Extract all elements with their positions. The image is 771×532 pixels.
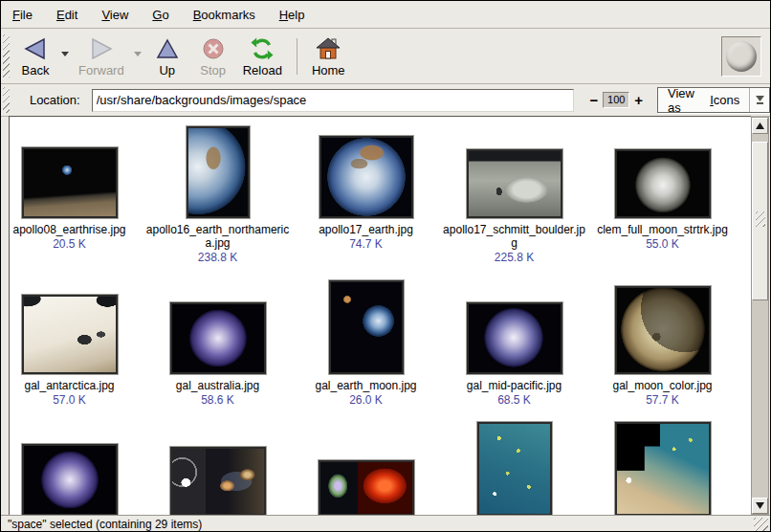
scroll-down-button[interactable] [752,498,768,514]
file-thumbnail[interactable] [22,147,118,218]
toolbar: Back Forward Up Stop [1,29,770,84]
file-icon-apollo17_earth.jpg[interactable]: apollo17_earth.jpg74.7 K [292,125,440,251]
file-thumbnail[interactable] [329,280,404,374]
file-name: clem_full_moon_strtrk.jpg [597,223,728,236]
file-icon-apollo16_earth_northamerica.jpg[interactable]: apollo16_earth_northamerica.jpg238.8 K [143,125,292,264]
view-mode-dropdown[interactable]: View as Icons [657,87,770,113]
file-thumbnail[interactable] [170,302,266,374]
file-size: 55.0 K [646,237,679,251]
menu-edit[interactable]: Edit [55,2,79,28]
dropdown-arrow-icon[interactable] [749,88,769,112]
throbber [721,36,761,77]
scroll-up-button[interactable] [752,118,768,134]
file-size: 58.6 K [201,393,234,407]
forward-button-label: Forward [78,63,124,78]
status-text: "space" selected (containing 29 items) [8,518,202,531]
file-icon-purple-earth[interactable] [9,419,143,516]
nautilus-throbber-orb-icon [726,41,757,72]
scrollbar-thumb[interactable] [752,142,768,300]
file-icon-teal-steps[interactable] [588,419,737,516]
file-size: 74.7 K [349,237,383,251]
file-icon-apollo17_schmitt_boulder.jpg[interactable]: apollo17_schmitt_boulder.jpg225.8 K [440,125,588,264]
file-name: apollo17_earth.jpg [319,223,413,236]
file-thumbnail[interactable] [615,286,711,374]
file-icon-gal_australia.jpg[interactable]: gal_australia.jpg58.6 K [143,281,292,407]
file-name: apollo08_earthrise.jpg [12,223,125,236]
file-name: gal_antarctica.jpg [24,379,114,392]
file-thumbnail[interactable] [467,149,562,218]
file-name: gal_moon_color.jpg [612,379,712,392]
window-resize-grip[interactable] [754,518,768,531]
view-mode-label: View as Icons [658,88,749,112]
location-bar: Location: − 100 + View as Icons [1,84,770,117]
file-icon-gal_antarctica.jpg[interactable]: gal_antarctica.jpg57.0 K [9,281,143,407]
file-icon-gal_mid-pacific.jpg[interactable]: gal_mid-pacific.jpg68.5 K [440,281,588,407]
toolbar-separator [297,38,297,75]
file-size: 225.8 K [495,251,534,264]
file-size: 57.0 K [53,393,86,407]
file-thumbnail[interactable] [319,460,414,516]
file-icon-apollo08_earthrise.jpg[interactable]: apollo08_earthrise.jpg20.5 K [9,125,143,251]
file-thumbnail[interactable] [170,447,266,516]
forward-arrow-icon [89,36,114,62]
reload-icon [250,36,275,62]
status-bar: "space" selected (containing 29 items) [1,515,770,532]
scrollbar-thumb-grip [756,211,765,227]
location-input[interactable] [92,89,574,112]
file-icon-nebula-pair[interactable] [292,419,440,516]
menu-help[interactable]: Help [277,2,307,28]
back-arrow-icon [23,36,48,62]
home-button[interactable]: Home [305,33,352,79]
file-size: 57.7 K [646,393,679,407]
file-size: 238.8 K [198,251,237,264]
location-bar-drag-handle[interactable] [3,87,10,112]
menu-bookmarks[interactable]: Bookmarks [191,2,257,28]
back-button-label: Back [22,63,50,78]
menubar: FileEditViewGoBookmarksHelp [1,1,770,29]
stop-button[interactable]: Stop [190,33,236,79]
file-name: apollo16_earth_northamerica.jpg [144,223,291,250]
file-icon-gal_moon_color.jpg[interactable]: gal_moon_color.jpg57.7 K [588,281,737,407]
menu-go[interactable]: Go [150,2,170,28]
stop-icon [202,36,225,62]
forward-dropdown-chevron-icon[interactable] [131,44,144,61]
toolbar-drag-handle[interactable] [3,34,10,78]
file-thumbnail[interactable] [187,126,250,218]
file-thumbnail[interactable] [319,136,413,218]
back-button[interactable]: Back [12,33,58,79]
file-thumbnail[interactable] [615,422,711,516]
up-arrow-icon [156,36,179,62]
file-icon-antennae[interactable] [143,419,292,516]
file-size: 26.0 K [349,393,383,407]
file-thumbnail[interactable] [22,295,118,374]
home-icon [315,36,341,62]
forward-button[interactable]: Forward [72,33,131,79]
location-label: Location: [30,93,80,107]
zoom-out-button[interactable]: − [585,92,604,108]
file-thumbnail[interactable] [477,422,552,516]
up-button-label: Up [159,63,175,78]
menu-view[interactable]: View [99,2,130,28]
back-dropdown-chevron-icon[interactable] [58,44,72,61]
file-name: gal_australia.jpg [176,379,259,392]
menu-file[interactable]: File [11,2,34,28]
file-size: 20.5 K [53,237,86,251]
file-icon-gal_earth_moon.jpg[interactable]: gal_earth_moon.jpg26.0 K [292,281,440,407]
file-thumbnail[interactable] [615,149,711,218]
zoom-in-button[interactable]: + [629,92,648,108]
zoom-level-indicator[interactable]: 100 [603,92,629,108]
reload-button[interactable]: Reload [236,33,289,79]
reload-button-label: Reload [243,63,282,78]
file-thumbnail[interactable] [467,302,562,374]
file-name: apollo17_schmitt_boulder.jpg [441,223,587,250]
file-icon-teal-nebula[interactable] [440,419,588,516]
vertical-scrollbar[interactable] [751,117,769,515]
up-button[interactable]: Up [144,33,190,79]
file-name: gal_earth_moon.jpg [315,379,416,392]
stop-button-label: Stop [200,63,226,78]
file-thumbnail[interactable] [22,444,118,516]
file-icon-clem_full_moon_strtrk.jpg[interactable]: clem_full_moon_strtrk.jpg55.0 K [588,125,737,251]
file-manager-window: FileEditViewGoBookmarksHelp Back Forward [0,0,771,532]
file-size: 68.5 K [497,393,531,407]
icon-view[interactable]: apollo08_earthrise.jpg20.5 Kapollo16_ear… [9,116,751,516]
